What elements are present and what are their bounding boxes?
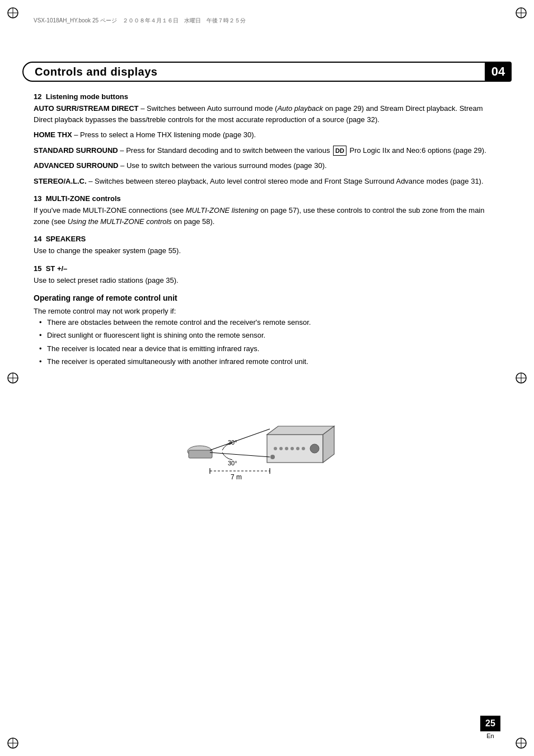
section-15-heading: 15 ST +/–: [34, 264, 489, 273]
section-operating-range: Operating range of remote control unit T…: [34, 293, 489, 367]
svg-text:30°: 30°: [228, 460, 237, 466]
main-content: 12 Listening mode buttons AUTO SURR/STRE…: [34, 92, 489, 491]
svg-point-24: [279, 447, 283, 450]
subsection-auto-surr: AUTO SURR/STREAM DIRECT – Switches betwe…: [34, 103, 489, 125]
subsection-standard-surround: STANDARD SURROUND – Press for Standard d…: [34, 145, 489, 156]
section-12-heading: 12 Listening mode buttons: [34, 92, 489, 101]
svg-point-29: [310, 444, 319, 453]
section-15: 15 ST +/– Use to select preset radio sta…: [34, 264, 489, 286]
subsection-stereo-alc-text: – Switches between stereo playback, Auto…: [88, 177, 483, 185]
section-13-body: If you've made MULTI-ZONE connections (s…: [34, 205, 489, 227]
operating-range-intro: The remote control may not work properly…: [34, 306, 489, 317]
section-14-number: 14: [34, 235, 46, 243]
page-title: Controls and displays: [35, 66, 157, 78]
svg-text:30°: 30°: [228, 439, 237, 446]
reg-mark-ml: [7, 372, 19, 384]
subsection-home-thx: HOME THX – Press to select a Home THX li…: [34, 129, 489, 141]
page: VSX-1018AH_HY.book 25 ページ ２００８年４月１６日 水曜日…: [0, 0, 534, 756]
subsection-standard-surround-title: STANDARD SURROUND: [34, 146, 118, 155]
svg-rect-19: [189, 450, 212, 458]
subsection-home-thx-text: – Press to select a Home THX listening m…: [74, 130, 256, 139]
chapter-badge: 04: [485, 62, 512, 82]
page-lang: En: [486, 732, 494, 739]
subsection-auto-surr-title: AUTO SURR/STREAM DIRECT: [34, 104, 139, 113]
section-14-heading: 14 SPEAKERS: [34, 235, 489, 243]
section-14: 14 SPEAKERS Use to change the speaker sy…: [34, 235, 489, 256]
diagram-container: 30° 30° 7 m: [34, 379, 489, 491]
subsection-stereo-alc: STEREO/A.L.C. – Switches between stereo …: [34, 176, 489, 187]
reg-mark-tr: [515, 7, 527, 19]
svg-point-28: [302, 447, 305, 450]
svg-point-27: [296, 447, 299, 450]
svg-line-31: [210, 429, 270, 450]
reg-mark-mr: [515, 372, 527, 384]
header-bar: Controls and displays: [22, 62, 500, 82]
bullet-item-1: There are obstacles between the remote c…: [39, 317, 489, 328]
section-12-number: 12: [34, 92, 46, 101]
print-info: VSX-1018AH_HY.book 25 ページ ２００８年４月１６日 水曜日…: [34, 17, 246, 25]
section-13: 13 MULTI-ZONE controls If you've made MU…: [34, 194, 489, 227]
bullet-item-2: Direct sunlight or fluorescent light is …: [39, 330, 489, 341]
section-13-heading: 13 MULTI-ZONE controls: [34, 194, 489, 203]
svg-point-26: [291, 447, 294, 450]
section-15-number: 15: [34, 264, 46, 273]
svg-point-30: [270, 455, 275, 459]
dolby-logo: DD: [333, 146, 346, 156]
svg-text:7 m: 7 m: [231, 473, 242, 481]
subsection-advanced-surround-title: ADVANCED SURROUND: [34, 161, 118, 170]
reg-mark-br: [515, 737, 527, 749]
page-number: 25: [480, 716, 500, 731]
section-12: 12 Listening mode buttons AUTO SURR/STRE…: [34, 92, 489, 186]
svg-point-25: [285, 447, 288, 450]
reg-mark-bl: [7, 737, 19, 749]
subsection-advanced-surround-text: – Use to switch between the various surr…: [120, 161, 327, 170]
range-diagram: 30° 30° 7 m: [172, 379, 351, 491]
subsection-standard-surround-text: – Press for Standard decoding and to swi…: [120, 146, 486, 155]
section-13-number: 13: [34, 194, 46, 203]
svg-point-23: [274, 447, 277, 450]
operating-range-title: Operating range of remote control unit: [34, 293, 489, 302]
subsection-stereo-alc-title: STEREO/A.L.C.: [34, 177, 87, 185]
section-15-body: Use to select preset radio stations (pag…: [34, 275, 489, 286]
bullet-item-3: The receiver is located near a device th…: [39, 343, 489, 354]
svg-line-32: [210, 452, 270, 457]
section-14-body: Use to change the speaker system (page 5…: [34, 245, 489, 256]
subsection-home-thx-title: HOME THX: [34, 130, 72, 139]
operating-range-bullets: There are obstacles between the remote c…: [34, 317, 489, 367]
subsection-advanced-surround: ADVANCED SURROUND – Use to switch betwee…: [34, 160, 489, 171]
bullet-item-4: The receiver is operated simultaneously …: [39, 356, 489, 367]
reg-mark-tl: [7, 7, 19, 19]
page-footer: 25 En: [480, 716, 500, 739]
